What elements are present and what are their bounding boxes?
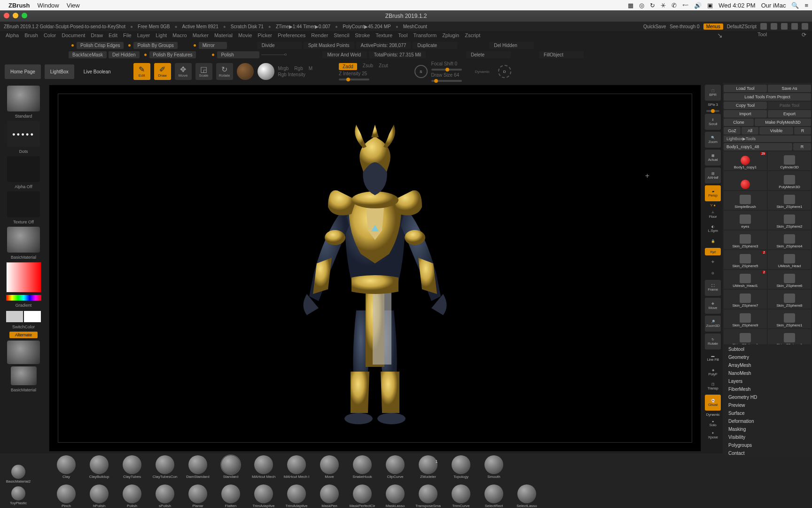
menu-color[interactable]: Color: [44, 32, 56, 38]
subtool-item[interactable]: Skin_ZSphere1: [768, 329, 811, 344]
lsym-button[interactable]: ◐L.Sym: [705, 222, 721, 235]
alpha-thumbnail[interactable]: [7, 156, 40, 182]
subtool-item[interactable]: Skin_ZSphere1: [768, 191, 811, 210]
brush-snakehook[interactable]: SnakeHook: [347, 455, 378, 484]
brush-smooth[interactable]: Smooth: [478, 455, 509, 484]
subtool-item[interactable]: PolyMesh3D: [768, 171, 811, 190]
viewport[interactable]: +: [49, 85, 701, 452]
brush-flatten[interactable]: Flatten: [215, 484, 246, 508]
subtool-item[interactable]: eyes: [724, 211, 767, 230]
brush-mahcut mech[interactable]: MAHcut Mech: [248, 455, 279, 484]
swatch-secondary[interactable]: [6, 311, 23, 322]
rgb-label[interactable]: Rgb: [294, 66, 303, 71]
clone-button[interactable]: Clone: [724, 119, 754, 126]
subtool-item[interactable]: Skin_ZSphere2: [768, 211, 811, 230]
persp-button[interactable]: ▰Persp: [705, 185, 721, 201]
menu-transform[interactable]: Transform: [413, 32, 437, 38]
menu-brush[interactable]: Brush: [24, 32, 38, 38]
date-icon[interactable]: ▣: [707, 2, 713, 9]
brush-mahcut mech i[interactable]: MAHcut Mech I: [281, 455, 312, 484]
draw-size-slider[interactable]: Draw Size 64: [431, 72, 462, 78]
ui-icon-3[interactable]: [781, 23, 788, 30]
del-hidden-button[interactable]: Del Hidden: [489, 42, 534, 49]
bpr-button[interactable]: ⬚BPR: [705, 85, 721, 101]
time-machine-icon[interactable]: ↻: [650, 2, 655, 9]
brush-thumbnail[interactable]: [7, 86, 40, 111]
menu-zplugin[interactable]: Zplugin: [442, 32, 459, 38]
brush-trimadaptive[interactable]: TrimAdaptive: [248, 484, 279, 508]
zadd-button[interactable]: Zadd: [339, 63, 357, 70]
focal-shift-slider[interactable]: Focal Shift 0: [431, 61, 462, 66]
subtool-item[interactable]: Skin_ZSphere9: [724, 310, 767, 328]
see-through-slider[interactable]: See-through 0: [670, 24, 699, 29]
section-subtool[interactable]: Subtool: [724, 345, 811, 353]
section-layers[interactable]: Layers: [724, 377, 811, 385]
tool-label[interactable]: Tool: [757, 32, 767, 39]
menu-icon[interactable]: ≡: [804, 2, 808, 9]
goz-button[interactable]: GoZ: [724, 127, 741, 135]
ui-icon-4[interactable]: [791, 23, 798, 30]
material-thumbnail[interactable]: [7, 227, 40, 253]
brush-claybuildup[interactable]: ClayBuildup: [84, 455, 115, 484]
transp-button[interactable]: ◫Transp: [705, 380, 721, 393]
brush-zmodeler[interactable]: ZModeler1: [413, 455, 444, 484]
menu-edit[interactable]: Edit: [109, 32, 117, 38]
section-masking[interactable]: Masking: [724, 425, 811, 433]
spotlight-icon[interactable]: 🔍: [791, 2, 799, 9]
ui-icon-5[interactable]: [802, 23, 808, 30]
menu-stencil[interactable]: Stencil: [334, 32, 349, 38]
menu-picker[interactable]: Picker: [258, 32, 272, 38]
view-menu[interactable]: View: [67, 2, 80, 9]
spix-label[interactable]: SPix 3: [708, 103, 718, 107]
z-intensity-slider[interactable]: Z Intensity 25: [339, 71, 388, 76]
refresh-icon[interactable]: ⟳: [802, 32, 806, 39]
brush-trimadaptive[interactable]: TrimAdaptive: [281, 484, 312, 508]
gradient-label[interactable]: Gradient: [16, 303, 32, 308]
section-preview[interactable]: Preview: [724, 401, 811, 409]
dynamic-label-r[interactable]: Dynamic: [706, 413, 719, 417]
save-as-button[interactable]: Save As: [768, 85, 811, 92]
stroke-preview-icon[interactable]: S: [414, 65, 428, 78]
floor-button[interactable]: ┴Floor: [705, 209, 721, 221]
linefill-button[interactable]: ▬Line Fill: [705, 351, 721, 365]
lightbox-button[interactable]: LightBox: [45, 64, 74, 79]
brush-planar[interactable]: Planar: [182, 484, 213, 508]
import-button[interactable]: Import: [724, 110, 767, 118]
zoom-button[interactable]: 🔍Zoom: [705, 132, 721, 148]
dynamic-preview-icon[interactable]: D: [498, 65, 511, 78]
xpose-button[interactable]: ✦Xpose: [705, 430, 721, 440]
menu-material[interactable]: Material: [214, 32, 233, 38]
subtool-item[interactable]: Skin_ZSphere3: [724, 230, 767, 249]
subtool-item[interactable]: Body1_copy129: [724, 151, 767, 170]
brush-clay[interactable]: Clay: [51, 455, 82, 484]
menu-draw[interactable]: Draw: [91, 32, 103, 38]
brush-topology[interactable]: Topology: [445, 455, 476, 484]
edit-mode-button[interactable]: ✎Edit: [133, 63, 150, 80]
menu-movie[interactable]: Movie: [238, 32, 252, 38]
polyf-button[interactable]: ◈PolyF: [705, 366, 721, 378]
phone-icon[interactable]: ✆: [671, 2, 677, 9]
swatch-primary[interactable]: [24, 311, 41, 322]
section-visibility[interactable]: Visibility: [724, 433, 811, 441]
polish-button[interactable]: Polish: [217, 51, 259, 58]
hue-strip[interactable]: [6, 295, 41, 301]
brush-clipcurve[interactable]: ClipCurve: [380, 455, 411, 484]
paste-tool-button[interactable]: Paste Tool: [768, 102, 811, 109]
brush-transposesma[interactable]: TransposeSma: [413, 484, 444, 508]
mirror-weld-button[interactable]: Mirror And Weld: [322, 51, 367, 58]
brush-maskpen[interactable]: MaskPen: [314, 484, 345, 508]
pin-icon[interactable]: ↘: [717, 32, 723, 39]
menu-document[interactable]: Document: [62, 32, 85, 38]
minimize-window-icon[interactable]: [13, 13, 18, 18]
scroll-button[interactable]: ⇕Scroll: [705, 114, 721, 130]
material-item[interactable]: ToyPlastic: [5, 486, 32, 505]
m-label[interactable]: M: [309, 66, 312, 71]
r-button[interactable]: R: [794, 127, 811, 135]
clock[interactable]: Wed 4:02 PM: [718, 2, 756, 9]
section-geometry hd[interactable]: Geometry HD: [724, 393, 811, 401]
menu-file[interactable]: File: [123, 32, 132, 38]
window-menu[interactable]: Window: [38, 2, 59, 9]
polish-crisp-button[interactable]: Polish Crisp Edges: [77, 42, 124, 49]
default-zscript[interactable]: DefaultZScript: [727, 24, 757, 29]
dynamic-label[interactable]: Dynamic: [475, 70, 490, 74]
